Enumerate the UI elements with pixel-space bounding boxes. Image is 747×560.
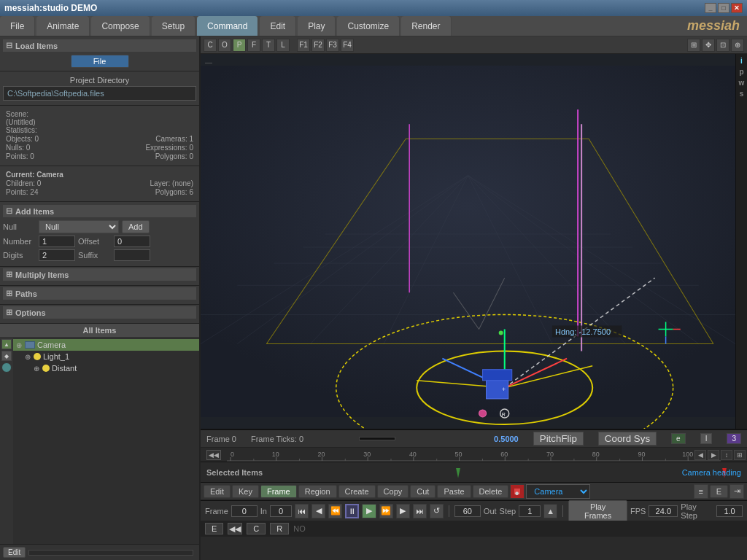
timeline-scroll-btn[interactable]: ⇥ <box>729 484 744 499</box>
tree-icon-2[interactable]: ◆ <box>1 351 12 361</box>
menu-play[interactable]: Play <box>298 16 336 36</box>
mini-scrollbar[interactable] <box>359 437 395 440</box>
ruler-zoom-in[interactable]: ◀ <box>694 450 706 460</box>
vp-mode-o[interactable]: O <box>218 39 231 52</box>
minimize-btn[interactable]: _ <box>705 3 716 13</box>
ruler-fit[interactable]: ⊞ <box>734 450 746 460</box>
prev-keyframe-btn[interactable]: ⏮ <box>295 504 309 518</box>
titlebar: messiah:studio DEMO _ □ ✕ <box>0 0 747 16</box>
i-status-btn[interactable]: I <box>700 433 713 444</box>
menu-file[interactable]: File <box>0 16 35 36</box>
suffix-input[interactable] <box>114 249 150 261</box>
vp-f4[interactable]: F4 <box>341 39 354 52</box>
menu-edit[interactable]: Edit <box>260 16 296 36</box>
end-frame-input[interactable] <box>454 505 481 517</box>
create-btn[interactable]: Create <box>338 485 376 498</box>
menu-customize[interactable]: Customize <box>337 16 400 36</box>
frame-pb-input[interactable] <box>231 505 258 517</box>
add-type-dropdown[interactable]: Null <box>39 220 119 233</box>
add-toggle[interactable]: ⊟ <box>6 206 12 216</box>
play-btn[interactable]: ▶ <box>362 504 376 518</box>
tree-item-camera[interactable]: ⊕ Camera <box>13 339 199 351</box>
vp-icon-grid[interactable]: ⊞ <box>687 39 700 52</box>
hotkeys-bar: E ◀◀ C R NO <box>201 521 747 537</box>
vp-mode-f[interactable]: F <box>247 39 260 52</box>
tree-item-light1[interactable]: ⊕ Light_1 <box>13 351 199 362</box>
timeline-cursor[interactable] <box>456 462 460 482</box>
vp-mode-p[interactable]: P <box>233 39 246 52</box>
paste-btn[interactable]: Paste <box>437 485 471 498</box>
tree-icon-3[interactable] <box>1 362 12 373</box>
edit-btn[interactable]: Edit <box>204 485 231 498</box>
hk-e[interactable]: E <box>205 523 223 534</box>
offset-input[interactable] <box>114 236 150 247</box>
e-end-btn[interactable]: E <box>710 485 728 498</box>
hk-rewind[interactable]: ◀◀ <box>228 523 242 534</box>
record-btn[interactable]: ● <box>510 484 525 499</box>
vp-icon-zoom-in[interactable]: ⊕ <box>731 39 744 52</box>
prev-frame-btn[interactable]: ◀ <box>311 504 325 518</box>
num-status-btn[interactable]: 3 <box>727 433 741 444</box>
tree-icon-1[interactable]: ▲ <box>1 339 12 349</box>
number-input[interactable] <box>39 236 75 247</box>
file-button[interactable]: File <box>71 55 129 68</box>
fps-input[interactable] <box>649 505 678 517</box>
mode-p[interactable]: p <box>739 68 743 76</box>
play-pause-btn[interactable]: ⏸ <box>345 504 359 518</box>
load-toggle[interactable]: ⊟ <box>6 41 12 50</box>
digits-input[interactable] <box>39 249 75 261</box>
in-input[interactable] <box>270 505 292 517</box>
maximize-btn[interactable]: □ <box>718 3 729 13</box>
coord-sys-btn[interactable]: Coord Sys <box>598 432 657 446</box>
tree-item-distant[interactable]: ⊕ Distant <box>13 362 199 374</box>
ruler-zoom-out[interactable]: ▶ <box>708 450 719 460</box>
vp-f2[interactable]: F2 <box>311 39 325 52</box>
key-btn[interactable]: Key <box>232 485 259 498</box>
next-step-btn[interactable]: ⏩ <box>379 504 393 518</box>
timeline-settings-btn[interactable]: ≡ <box>694 484 708 499</box>
play-frames-btn[interactable]: Play Frames <box>568 500 627 522</box>
close-btn[interactable]: ✕ <box>731 3 743 13</box>
vp-mode-l[interactable]: L <box>276 39 290 52</box>
menu-compose[interactable]: Compose <box>91 16 150 36</box>
pitch-flip-btn[interactable]: PitchFlip <box>533 432 584 446</box>
paths-toggle[interactable]: ⊞ <box>6 289 12 298</box>
cut-btn[interactable]: Cut <box>410 485 436 498</box>
multiply-toggle[interactable]: ⊞ <box>6 270 12 279</box>
menu-command[interactable]: Command <box>197 16 258 36</box>
play-step-input[interactable] <box>716 505 743 517</box>
next-frame-btn[interactable]: ▶ <box>396 504 410 518</box>
vp-icon-zoom-fit[interactable]: ⊡ <box>716 39 729 52</box>
menu-render[interactable]: Render <box>401 16 451 36</box>
polygons-stat: Polygons: 0 <box>155 152 193 160</box>
menu-setup[interactable]: Setup <box>152 16 196 36</box>
step-input[interactable] <box>519 505 541 517</box>
region-btn[interactable]: Region <box>298 485 337 498</box>
vp-mode-t[interactable]: T <box>262 39 275 52</box>
vp-icon-move[interactable]: ✥ <box>702 39 715 52</box>
hk-r[interactable]: R <box>270 523 289 534</box>
menu-animate[interactable]: Animate <box>36 16 90 36</box>
mode-w[interactable]: w <box>739 79 745 87</box>
copy-btn[interactable]: Copy <box>377 485 409 498</box>
vp-f3[interactable]: F3 <box>326 39 339 52</box>
scroll-bar[interactable] <box>28 550 193 556</box>
delete-btn[interactable]: Delete <box>473 485 509 498</box>
hk-c[interactable]: C <box>247 523 266 534</box>
vp-mode-c[interactable]: C <box>204 39 217 52</box>
camera-channel-dropdown[interactable]: Camera <box>526 484 590 499</box>
frame-btn[interactable]: Frame <box>260 485 297 498</box>
tree-edit-btn[interactable]: Edit <box>3 547 26 558</box>
add-button[interactable]: Add <box>122 220 150 233</box>
options-toggle[interactable]: ⊞ <box>6 308 12 317</box>
viewport-3d[interactable]: R Hdng: -12.7500 + <box>201 54 735 429</box>
mode-s[interactable]: s <box>740 90 744 98</box>
prev-step-btn[interactable]: ⏪ <box>328 504 342 518</box>
vp-f1[interactable]: F1 <box>297 39 310 52</box>
ruler-scroll[interactable]: ↕ <box>721 450 732 460</box>
mode-i[interactable]: i <box>740 57 743 65</box>
next-keyframe-btn[interactable]: ⏭ <box>413 504 427 518</box>
loop-btn[interactable]: ↺ <box>430 504 444 518</box>
step-up-btn[interactable]: ▲ <box>543 504 557 518</box>
e-status-btn[interactable]: e <box>671 433 686 444</box>
